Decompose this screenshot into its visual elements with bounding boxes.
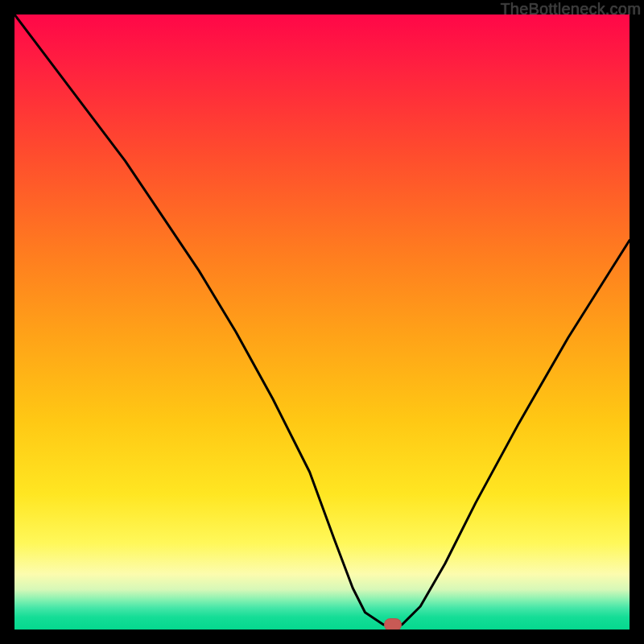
site-watermark: TheBottleneck.com <box>500 0 641 19</box>
curve-layer <box>14 14 630 630</box>
chart-stage: TheBottleneck.com <box>0 0 644 644</box>
plot-area <box>14 14 630 630</box>
bottleneck-curve <box>14 14 630 625</box>
optimum-marker <box>384 618 402 630</box>
